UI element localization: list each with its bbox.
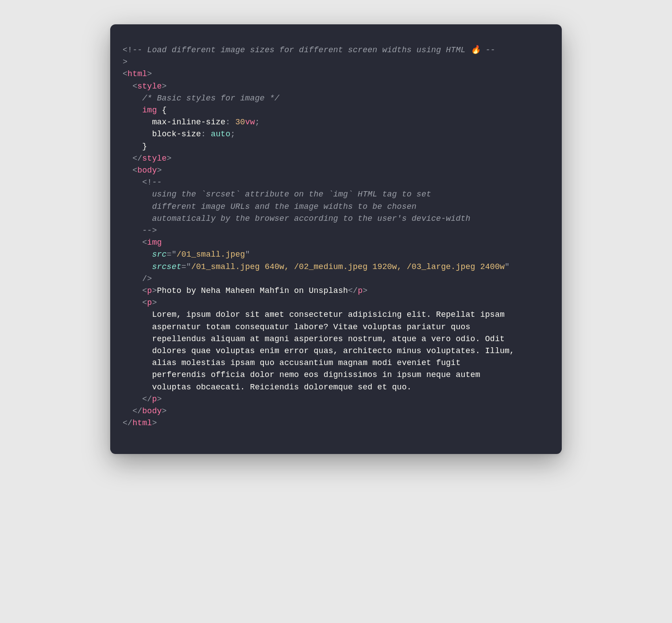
code-token: block-size [152, 130, 201, 138]
code-token: /01_small.jpeg 640w, /02_medium.jpeg 192… [191, 262, 505, 271]
code-block-container: <!-- Load different image sizes for diff… [110, 24, 562, 454]
code-token: > [363, 286, 367, 295]
code-token: > [157, 395, 162, 404]
code-token: style [137, 82, 162, 91]
code-token: < [142, 238, 147, 247]
code-token [123, 82, 132, 91]
code-token: -- Load different image sizes for differ… [132, 46, 495, 54]
code-token: img [142, 106, 157, 115]
code-snippet[interactable]: <!-- Load different image sizes for diff… [123, 44, 549, 430]
code-token: : [201, 130, 211, 138]
code-token: { [157, 106, 166, 115]
code-token: html [132, 419, 152, 427]
code-token: automatically by the browser according t… [123, 214, 471, 223]
code-token [123, 166, 132, 175]
code-token: alias molestias ipsam quo accusantium ma… [123, 358, 460, 367]
code-token: = [167, 250, 172, 259]
code-token [123, 286, 142, 295]
code-token: p [358, 286, 363, 295]
code-token: " [172, 250, 177, 259]
code-token: </ [348, 286, 358, 295]
code-token: </ [132, 407, 142, 415]
code-token: aspernatur totam consequatur labore? Vit… [123, 323, 471, 331]
code-token: max-inline-size [152, 118, 225, 127]
code-token: ; [230, 130, 235, 138]
code-token: > [123, 58, 127, 66]
code-token: </ [132, 154, 142, 163]
code-token [123, 298, 142, 307]
code-token: > [152, 298, 157, 307]
code-token: 30 [236, 118, 245, 127]
code-token: </ [123, 419, 132, 427]
code-token [123, 250, 152, 259]
code-token [123, 226, 142, 235]
code-token: different image URLs and the image width… [123, 202, 417, 211]
code-token: > [147, 69, 152, 78]
code-token: < [132, 166, 137, 175]
code-token: > [167, 154, 172, 163]
code-token: repellendus aliquam at magni asperiores … [123, 335, 505, 343]
code-token [123, 407, 132, 415]
code-token: p [147, 286, 152, 295]
code-token: < [142, 286, 147, 295]
code-token [123, 154, 132, 163]
code-token: " [505, 262, 510, 271]
code-token [123, 262, 152, 271]
code-token: vw [245, 118, 255, 127]
code-token: > [152, 286, 157, 295]
code-token [123, 130, 152, 138]
code-token: > [152, 419, 157, 427]
code-token: p [152, 395, 157, 404]
code-token: p [147, 298, 152, 307]
code-token: > [157, 166, 162, 175]
code-token: Photo by Neha Maheen Mahfin on Unsplash [157, 286, 348, 295]
code-token: auto [211, 130, 230, 138]
code-token [123, 106, 142, 115]
code-token: img [147, 238, 162, 247]
code-token: perferendis officia dolor nemo eos digni… [123, 370, 480, 379]
code-token: --> [142, 226, 157, 235]
code-token: /> [142, 274, 152, 283]
code-token: -- [152, 178, 162, 187]
code-token: : [225, 118, 235, 127]
code-token: /01_small.jpeg [177, 250, 245, 259]
code-token: srcset [152, 262, 181, 271]
code-token: } [123, 142, 147, 151]
code-token: > [162, 407, 167, 415]
code-token: </ [142, 395, 152, 404]
code-token [123, 395, 142, 404]
code-token: Lorem, ipsum dolor sit amet consectetur … [123, 310, 505, 319]
code-token: = [182, 262, 186, 271]
code-token: body [142, 407, 162, 415]
code-token: <! [142, 178, 152, 187]
code-token: <! [123, 46, 132, 54]
code-token: " [186, 262, 191, 271]
code-token: html [127, 69, 147, 78]
code-token: > [162, 82, 167, 91]
code-token: dolores quae voluptas enim error quas, a… [123, 346, 514, 355]
code-token: style [142, 154, 166, 163]
code-token: voluptas obcaecati. Reiciendis doloremqu… [123, 383, 412, 392]
code-token: < [123, 69, 127, 78]
code-token: /* Basic styles for image */ [123, 94, 279, 103]
code-token [123, 238, 142, 247]
code-token [123, 274, 142, 283]
code-token: < [132, 82, 137, 91]
code-token: body [137, 166, 157, 175]
code-token [123, 178, 142, 187]
code-token: < [142, 298, 147, 307]
code-token: using the `srcset` attribute on the `img… [123, 190, 431, 199]
code-token [123, 118, 152, 127]
code-token: src [152, 250, 166, 259]
code-token: " [245, 250, 250, 259]
code-token: ; [255, 118, 260, 127]
